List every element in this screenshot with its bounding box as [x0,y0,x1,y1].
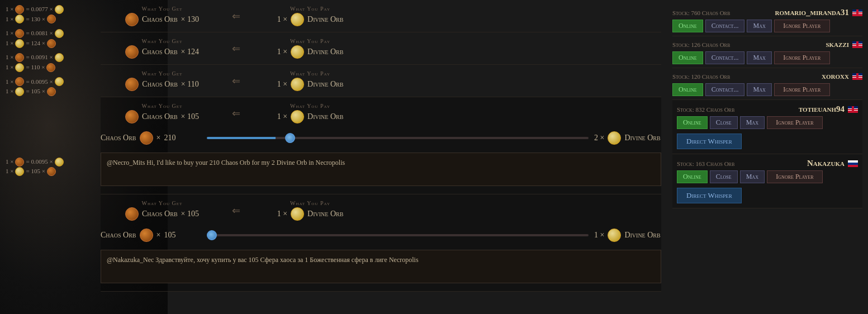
ratio-line-4b: 1 × = 105 × [6,87,89,97]
get-orb-5: Chaos Orb × 105 [125,207,199,221]
online-button-3[interactable]: Online [672,83,703,96]
pay-block-3: What You Pay 1 × Divine Orb [249,70,372,91]
ratio-value-5a: = 0.0095 × [26,157,53,167]
ratio-block-1: 1 × = 0.0077 × 1 × = 130 × [6,4,89,24]
contact-button-2[interactable]: Contact... [705,51,745,64]
seller-buttons-3: Online Contact... Max Ignore Player [672,83,862,96]
stock-info-2: Stock: 126 Chaos Orb [672,41,730,48]
online-button-5[interactable]: Online [677,170,708,183]
ratio-block-4: 1 × = 0.0095 × 1 × = 105 × [6,77,89,97]
ignore-button-4[interactable]: Ignore Player [767,116,823,129]
get-orb-2: Chaos Orb × 124 [125,45,199,59]
close-button-5[interactable]: Close [710,170,738,183]
ratio-text-2b: 1 × [6,39,13,49]
stock-info-5: Stock: 163 Chaos Orb [677,160,734,167]
ratio-value-2a: = 0.0081 × [26,28,53,39]
seller-name-2: skazzi [826,40,862,49]
pay-item-5: Divine Orb [307,210,343,218]
divine-label-4: Divine Orb [624,134,660,142]
quantity-slider-4[interactable] [207,137,589,139]
pay-item-4: Divine Orb [307,112,343,121]
get-mult-3: × 110 [181,80,199,89]
ratio-line-3b: 1 × = 110 × [6,63,89,73]
trade-info-4: What You Get Chaos Orb × 105 ⇐ What You … [101,99,661,127]
pay-mult-1: 1 × [277,15,287,24]
ratio-value-1a: = 0.0077 × [26,4,53,15]
ratio-block-2: 1 × = 0.0081 × 1 × = 124 × [6,28,89,48]
online-button-1[interactable]: Online [672,20,703,32]
max-button-5[interactable]: Max [740,170,765,183]
get-block-4: What You Get Chaos Orb × 105 [101,103,224,123]
seller-block-5: Stock: 163 Chaos Orb Nakazuka Online Clo… [672,154,862,208]
arrow-3: ⇐ [232,75,240,87]
ratio-value-2b: = 124 × [26,39,45,49]
ratio-text-2a: 1 × [6,28,13,39]
chaos-orb-icon [47,39,56,48]
ratio-line-4a: 1 × = 0.0095 × [6,77,89,87]
ratio-text-5a: 1 × [6,157,13,167]
close-button-4[interactable]: Close [710,116,738,129]
ignore-button-2[interactable]: Ignore Player [774,51,830,64]
whisper-button-5[interactable]: Direct Whisper [677,188,742,203]
divine-orb-count-icon [608,131,621,145]
trade-message-4[interactable]: @Necro_Mits Hi, I'd like to buy your 210… [101,153,661,186]
divine-count-4: 2 × Divine Orb [594,131,661,145]
get-block-3: What You Get Chaos Orb × 110 [101,70,224,91]
divine-orb-icon [15,167,24,176]
divine-orb-med-icon [291,45,304,59]
trade-row-1: What You Get Chaos Orb × 130 ⇐ What You … [101,0,661,32]
ratio-line-2b: 1 × = 124 × [6,39,89,49]
ratio-text-4a: 1 × [6,77,13,87]
get-label-1: What You Get [142,6,183,12]
slider-row-5: Chaos Orb × 105 1 × Divine Orb [101,224,661,246]
chaos-orb-med-icon [125,78,139,91]
seller-name-text-5: Nakazuka [807,159,845,168]
ratio-text-1a: 1 × [6,4,13,15]
trade-message-5[interactable]: @Nakazuka_Nec Здравствуйте, хочу купить … [101,250,661,283]
divine-orb-icon [15,87,24,96]
quantity-slider-5[interactable] [207,234,589,236]
max-button-4[interactable]: Max [740,116,765,129]
seller-top-3: Stock: 120 Chaos Orb xoroxx [672,72,862,81]
chaos-orb-icon [15,77,24,86]
ignore-button-5[interactable]: Ignore Player [767,170,823,183]
ignore-button-1[interactable]: Ignore Player [774,20,830,32]
slider-label-4: Chaos Orb × 210 [101,131,201,145]
chaos-orb-med-icon [125,110,139,123]
trade-info-3: What You Get Chaos Orb × 110 ⇐ What You … [101,67,661,94]
max-button-2[interactable]: Max [747,51,771,64]
contact-button-1[interactable]: Contact... [705,20,745,32]
ratio-line-5b: 1 × = 105 × [6,166,89,177]
whisper-button-4[interactable]: Direct Whisper [677,134,742,149]
pay-block-1: What You Pay 1 × Divine Orb [249,6,372,26]
contact-button-3[interactable]: Contact... [705,83,745,96]
get-mult-2: × 124 [181,47,199,56]
seller-buttons-5: Online Close Max Ignore Player [677,170,858,183]
seller-top-1: Stock: 760 Chaos Orb romario_miranda31 [672,8,862,17]
divine-orb-icon [55,158,64,166]
chaos-orb-icon [47,167,56,176]
flag-ru-icon-5 [848,160,858,167]
max-button-1[interactable]: Max [747,20,771,32]
chaos-orb-icon [47,87,56,96]
pay-mult-5: 1 × [277,210,287,218]
main-container: 1 × = 0.0077 × 1 × = 130 × 1 × = 0.0081 … [0,0,868,292]
seller-block-2: Stock: 126 Chaos Orb skazzi Online Conta… [672,36,862,68]
online-button-4[interactable]: Online [677,116,708,129]
online-button-2[interactable]: Online [672,51,703,64]
max-button-3[interactable]: Max [747,83,771,96]
pay-item-2: Divine Orb [307,47,343,56]
get-label-4: What You Get [142,103,183,109]
pay-orb-4: 1 × Divine Orb [277,110,344,123]
get-label-2: What You Get [142,38,183,44]
pay-label-1: What You Pay [290,6,330,12]
divine-orb-med-icon [291,78,304,91]
pay-mult-4: 1 × [277,112,287,121]
divine-label-5: Divine Orb [624,231,660,240]
seller-name-5: Nakazuka [807,159,858,168]
divine-orb-icon [15,15,24,23]
slider-value-4: 210 [164,134,176,142]
ignore-button-3[interactable]: Ignore Player [774,83,830,96]
arrow-2: ⇐ [232,42,240,55]
chaos-orb-icon [15,158,24,166]
